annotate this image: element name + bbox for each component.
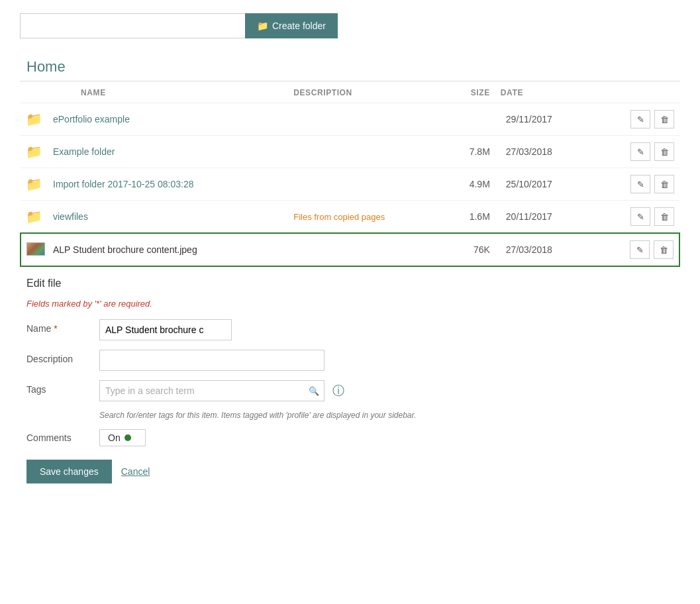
file-actions-cell: ✎ 🗑 <box>592 136 679 168</box>
file-size-cell <box>447 103 495 136</box>
file-actions-cell: ✎ 🗑 <box>592 168 679 201</box>
delete-file-button[interactable]: 🗑 <box>654 175 674 193</box>
file-description-cell <box>288 136 446 168</box>
col-header-date: DATE <box>495 81 592 103</box>
description-label: Description <box>26 350 99 364</box>
edit-file-section: Edit file Fields marked by '*' are requi… <box>20 267 680 490</box>
file-name-link[interactable]: viewfiles <box>53 211 88 222</box>
comments-row: Comments On <box>26 429 674 446</box>
form-actions: Save changes Cancel <box>26 460 674 483</box>
tags-input-wrapper: 🔍 <box>99 380 325 401</box>
name-input[interactable] <box>99 319 232 340</box>
description-input[interactable] <box>99 350 325 371</box>
tags-hint: Search for/enter tags for this item. Ite… <box>99 411 674 420</box>
col-header-name: NAME <box>48 81 288 103</box>
info-icon[interactable]: ⓘ <box>332 383 344 399</box>
required-note: Fields marked by '*' are required. <box>26 299 674 309</box>
file-name-cell[interactable]: Import folder 2017-10-25 08:03:28 <box>48 168 288 201</box>
col-header-icon <box>21 81 48 103</box>
file-date-cell: 27/03/2018 <box>495 136 592 168</box>
file-name-cell[interactable]: viewfiles <box>48 201 288 234</box>
table-row: 📁Example folder7.8M27/03/2018 ✎ 🗑 <box>21 136 679 168</box>
toggle-dot <box>125 434 131 441</box>
file-size-cell: 1.6M <box>447 201 495 234</box>
file-date-cell: 20/11/2017 <box>495 201 592 234</box>
file-description-cell: Files from copied pages <box>288 201 446 234</box>
edit-file-button[interactable]: ✎ <box>630 240 650 259</box>
create-folder-button[interactable]: 📁 Create folder <box>245 13 338 38</box>
file-icon-cell: 📁 <box>21 201 48 234</box>
file-date-cell: 27/03/2018 <box>495 233 592 266</box>
file-icon-cell: 📁 <box>21 103 48 136</box>
folder-icon: 📁 <box>257 21 268 31</box>
table-row: 📁ePortfolio example29/11/2017 ✎ 🗑 <box>21 103 679 136</box>
tags-input[interactable] <box>99 380 325 401</box>
image-thumbnail <box>26 242 45 256</box>
col-header-description: DESCRIPTION <box>288 81 446 103</box>
file-description-cell <box>288 168 446 201</box>
name-label: Name * <box>26 319 99 334</box>
folder-icon: 📁 <box>26 177 42 191</box>
file-description-cell <box>288 233 446 266</box>
file-name-cell[interactable]: ePortfolio example <box>48 103 288 136</box>
table-header-row: NAME DESCRIPTION SIZE DATE <box>21 81 679 103</box>
table-row: ALP Student brochure content.jpeg76K27/0… <box>21 233 679 266</box>
delete-file-button[interactable]: 🗑 <box>654 142 674 161</box>
folder-icon: 📁 <box>26 112 42 126</box>
comments-label: Comments <box>26 432 99 443</box>
name-row: Name * <box>26 319 674 340</box>
file-actions-cell: ✎ 🗑 <box>592 233 679 266</box>
file-size-cell: 4.9M <box>447 168 495 201</box>
file-name-link[interactable]: ePortfolio example <box>53 114 130 125</box>
save-button[interactable]: Save changes <box>26 460 112 483</box>
cancel-button[interactable]: Cancel <box>121 466 150 477</box>
table-row: 📁Import folder 2017-10-25 08:03:284.9M25… <box>21 168 679 201</box>
top-search-input[interactable] <box>20 13 245 38</box>
delete-file-button[interactable]: 🗑 <box>654 207 674 226</box>
file-icon-cell: 📁 <box>21 168 48 201</box>
delete-file-button[interactable]: 🗑 <box>654 240 674 259</box>
file-date-cell: 29/11/2017 <box>495 103 592 136</box>
comments-toggle[interactable]: On <box>99 429 146 446</box>
file-icon-cell <box>21 233 48 266</box>
file-name-link[interactable]: Example folder <box>53 146 115 157</box>
file-name-cell[interactable]: Example folder <box>48 136 288 168</box>
file-size-cell: 7.8M <box>447 136 495 168</box>
edit-file-button[interactable]: ✎ <box>630 142 650 161</box>
file-size-cell: 76K <box>447 233 495 266</box>
file-icon-cell: 📁 <box>21 136 48 168</box>
folder-icon: 📁 <box>26 144 42 159</box>
col-header-size: SIZE <box>447 81 495 103</box>
comments-toggle-label: On <box>108 432 121 443</box>
delete-file-button[interactable]: 🗑 <box>654 110 674 128</box>
file-table: NAME DESCRIPTION SIZE DATE 📁ePortfolio e… <box>20 81 680 267</box>
tags-row: Tags 🔍 ⓘ <box>26 380 674 401</box>
search-icon: 🔍 <box>309 386 319 396</box>
edit-file-button[interactable]: ✎ <box>630 207 650 226</box>
file-name-link[interactable]: Import folder 2017-10-25 08:03:28 <box>53 179 193 189</box>
file-date-cell: 25/10/2017 <box>495 168 592 201</box>
file-description-cell <box>288 103 446 136</box>
col-header-actions <box>592 81 679 103</box>
top-bar: 📁 Create folder <box>20 13 680 38</box>
create-folder-label: Create folder <box>272 21 326 31</box>
description-row: Description <box>26 350 674 371</box>
edit-file-title: Edit file <box>26 277 674 289</box>
required-star: * <box>54 323 57 334</box>
folder-icon: 📁 <box>26 209 42 224</box>
page-title: Home <box>20 52 680 81</box>
edit-file-button[interactable]: ✎ <box>630 175 650 193</box>
file-actions-cell: ✎ 🗑 <box>592 201 679 234</box>
edit-file-button[interactable]: ✎ <box>630 110 650 128</box>
file-actions-cell: ✎ 🗑 <box>592 103 679 136</box>
file-name-cell: ALP Student brochure content.jpeg <box>48 233 288 266</box>
tags-label: Tags <box>26 380 99 395</box>
table-row: 📁viewfilesFiles from copied pages1.6M20/… <box>21 201 679 234</box>
